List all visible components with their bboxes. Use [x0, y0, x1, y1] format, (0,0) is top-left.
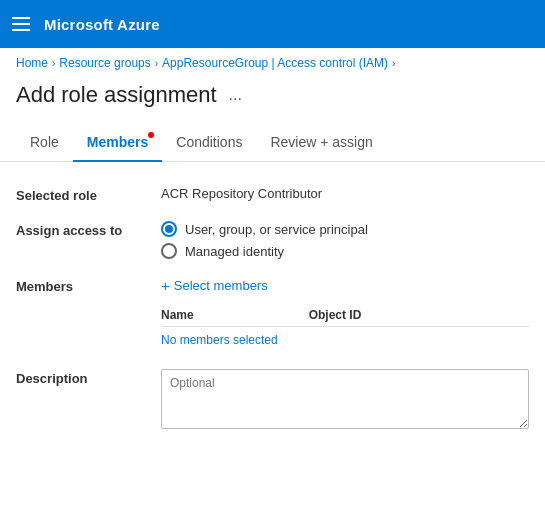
ellipsis-button[interactable]: ...	[225, 84, 246, 106]
breadcrumb-app-resource[interactable]: AppResourceGroup | Access control (IAM)	[162, 56, 388, 70]
selected-role-value: ACR Repository Contributor	[161, 186, 529, 201]
tabs-bar: Role Members Conditions Review + assign	[0, 124, 545, 162]
top-bar: Microsoft Azure	[0, 0, 545, 48]
plus-icon: +	[161, 277, 170, 294]
members-table: Name Object ID No members selected	[161, 304, 529, 351]
page-title: Add role assignment	[16, 82, 217, 108]
hamburger-menu[interactable]	[12, 17, 30, 31]
assign-access-row: Assign access to User, group, or service…	[16, 221, 529, 259]
members-dot-indicator	[148, 132, 154, 138]
col-header-name: Name	[161, 304, 309, 327]
tab-review-assign[interactable]: Review + assign	[256, 124, 386, 162]
selected-role-row: Selected role ACR Repository Contributor	[16, 186, 529, 203]
assign-access-value: User, group, or service principal Manage…	[161, 221, 529, 259]
radio-circle-user	[161, 221, 177, 237]
radio-label-user: User, group, or service principal	[185, 222, 368, 237]
col-header-objectid: Object ID	[309, 304, 529, 327]
tab-role[interactable]: Role	[16, 124, 73, 162]
radio-user-group[interactable]: User, group, or service principal	[161, 221, 529, 237]
tab-conditions[interactable]: Conditions	[162, 124, 256, 162]
radio-circle-managed	[161, 243, 177, 259]
breadcrumb-home[interactable]: Home	[16, 56, 48, 70]
radio-label-managed: Managed identity	[185, 244, 284, 259]
members-row: Members + Select members Name Object ID …	[16, 277, 529, 351]
empty-members-message: No members selected	[161, 327, 529, 352]
members-area: + Select members Name Object ID No membe…	[161, 277, 529, 351]
description-row: Description	[16, 369, 529, 432]
chevron-icon: ›	[392, 58, 395, 69]
tab-members[interactable]: Members	[73, 124, 162, 162]
description-textarea[interactable]	[161, 369, 529, 429]
page-title-area: Add role assignment ...	[0, 74, 545, 124]
chevron-icon: ›	[155, 58, 158, 69]
form-content: Selected role ACR Repository Contributor…	[0, 178, 545, 466]
members-label: Members	[16, 277, 161, 294]
breadcrumb: Home › Resource groups › AppResourceGrou…	[0, 48, 545, 74]
select-members-button[interactable]: + Select members	[161, 277, 529, 294]
brand-name: Microsoft Azure	[44, 16, 160, 33]
radio-group: User, group, or service principal Manage…	[161, 221, 529, 259]
description-value	[161, 369, 529, 432]
select-members-text: Select members	[174, 278, 268, 293]
breadcrumb-resource-groups[interactable]: Resource groups	[59, 56, 150, 70]
selected-role-label: Selected role	[16, 186, 161, 203]
chevron-icon: ›	[52, 58, 55, 69]
radio-managed-identity[interactable]: Managed identity	[161, 243, 529, 259]
assign-access-label: Assign access to	[16, 221, 161, 238]
empty-members-row: No members selected	[161, 327, 529, 352]
description-label: Description	[16, 369, 161, 386]
